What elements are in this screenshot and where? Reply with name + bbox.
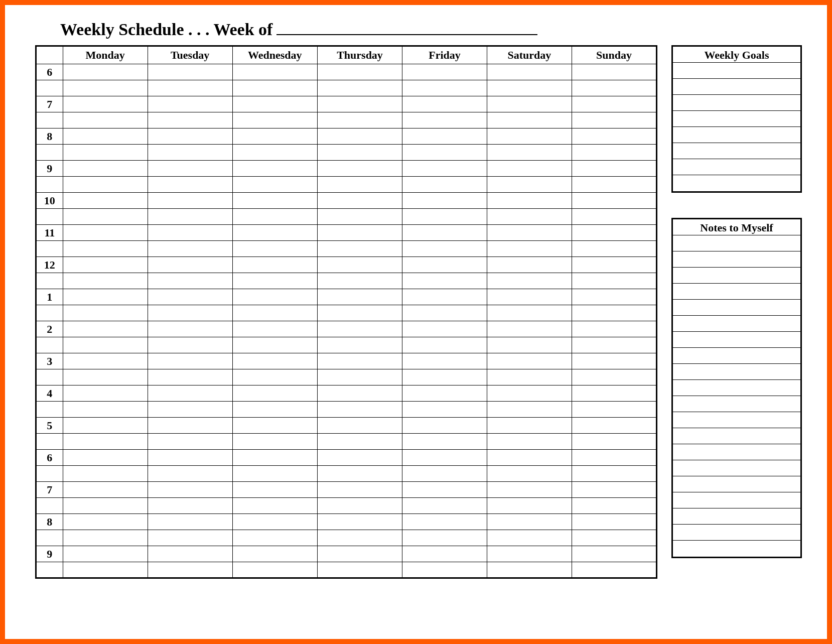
goals-line[interactable] xyxy=(673,143,800,159)
schedule-cell[interactable] xyxy=(487,482,572,498)
schedule-cell[interactable] xyxy=(148,96,232,112)
schedule-cell[interactable] xyxy=(232,337,317,353)
schedule-cell[interactable] xyxy=(402,546,487,562)
schedule-cell[interactable] xyxy=(317,145,402,161)
schedule-cell[interactable] xyxy=(148,498,232,514)
schedule-cell[interactable] xyxy=(232,385,317,402)
schedule-cell[interactable] xyxy=(402,96,487,112)
schedule-cell[interactable] xyxy=(402,145,487,161)
schedule-cell[interactable] xyxy=(148,273,232,289)
schedule-cell[interactable] xyxy=(232,530,317,546)
schedule-cell[interactable] xyxy=(63,434,148,450)
schedule-cell[interactable] xyxy=(317,241,402,257)
schedule-cell[interactable] xyxy=(572,225,657,241)
schedule-cell[interactable] xyxy=(232,209,317,225)
schedule-cell[interactable] xyxy=(572,257,657,273)
notes-line[interactable] xyxy=(673,300,800,316)
schedule-cell[interactable] xyxy=(317,369,402,385)
schedule-cell[interactable] xyxy=(402,418,487,434)
notes-line[interactable] xyxy=(673,412,800,428)
schedule-cell[interactable] xyxy=(317,385,402,402)
schedule-cell[interactable] xyxy=(402,305,487,321)
schedule-cell[interactable] xyxy=(402,402,487,418)
schedule-cell[interactable] xyxy=(402,161,487,177)
schedule-cell[interactable] xyxy=(232,305,317,321)
schedule-cell[interactable] xyxy=(148,337,232,353)
schedule-cell[interactable] xyxy=(148,177,232,193)
schedule-cell[interactable] xyxy=(487,385,572,402)
schedule-cell[interactable] xyxy=(148,418,232,434)
schedule-cell[interactable] xyxy=(572,64,657,80)
schedule-cell[interactable] xyxy=(402,353,487,369)
schedule-cell[interactable] xyxy=(63,257,148,273)
schedule-cell[interactable] xyxy=(148,241,232,257)
schedule-cell[interactable] xyxy=(63,289,148,305)
schedule-cell[interactable] xyxy=(148,482,232,498)
schedule-cell[interactable] xyxy=(487,241,572,257)
schedule-cell[interactable] xyxy=(232,321,317,337)
schedule-cell[interactable] xyxy=(317,450,402,466)
goals-line[interactable] xyxy=(673,111,800,127)
schedule-cell[interactable] xyxy=(317,96,402,112)
schedule-cell[interactable] xyxy=(63,321,148,337)
schedule-cell[interactable] xyxy=(63,498,148,514)
schedule-cell[interactable] xyxy=(487,305,572,321)
schedule-cell[interactable] xyxy=(232,257,317,273)
schedule-cell[interactable] xyxy=(572,546,657,562)
schedule-cell[interactable] xyxy=(317,466,402,482)
schedule-cell[interactable] xyxy=(63,96,148,112)
notes-line[interactable] xyxy=(673,380,800,396)
schedule-cell[interactable] xyxy=(572,498,657,514)
schedule-cell[interactable] xyxy=(317,273,402,289)
schedule-cell[interactable] xyxy=(572,434,657,450)
notes-line[interactable] xyxy=(673,460,800,476)
schedule-cell[interactable] xyxy=(487,466,572,482)
schedule-cell[interactable] xyxy=(572,80,657,96)
schedule-cell[interactable] xyxy=(487,289,572,305)
schedule-cell[interactable] xyxy=(232,482,317,498)
schedule-cell[interactable] xyxy=(63,64,148,80)
schedule-cell[interactable] xyxy=(317,64,402,80)
week-of-input-line[interactable] xyxy=(276,20,537,35)
goals-line[interactable] xyxy=(673,175,800,191)
goals-line[interactable] xyxy=(673,63,800,79)
schedule-cell[interactable] xyxy=(572,369,657,385)
schedule-cell[interactable] xyxy=(572,161,657,177)
schedule-cell[interactable] xyxy=(232,434,317,450)
schedule-cell[interactable] xyxy=(63,482,148,498)
goals-line[interactable] xyxy=(673,127,800,143)
schedule-cell[interactable] xyxy=(317,161,402,177)
schedule-cell[interactable] xyxy=(317,112,402,128)
notes-line[interactable] xyxy=(673,268,800,284)
schedule-cell[interactable] xyxy=(63,369,148,385)
notes-line[interactable] xyxy=(673,492,800,508)
schedule-cell[interactable] xyxy=(232,193,317,209)
schedule-cell[interactable] xyxy=(402,128,487,145)
schedule-cell[interactable] xyxy=(402,209,487,225)
schedule-cell[interactable] xyxy=(487,225,572,241)
notes-line[interactable] xyxy=(673,396,800,412)
schedule-cell[interactable] xyxy=(487,64,572,80)
schedule-cell[interactable] xyxy=(317,128,402,145)
notes-line[interactable] xyxy=(673,332,800,348)
schedule-cell[interactable] xyxy=(487,80,572,96)
schedule-cell[interactable] xyxy=(148,128,232,145)
schedule-cell[interactable] xyxy=(317,257,402,273)
schedule-cell[interactable] xyxy=(232,225,317,241)
schedule-cell[interactable] xyxy=(232,161,317,177)
schedule-cell[interactable] xyxy=(317,289,402,305)
schedule-cell[interactable] xyxy=(402,289,487,305)
schedule-cell[interactable] xyxy=(572,530,657,546)
schedule-cell[interactable] xyxy=(572,562,657,578)
schedule-cell[interactable] xyxy=(317,321,402,337)
schedule-cell[interactable] xyxy=(148,369,232,385)
schedule-cell[interactable] xyxy=(487,562,572,578)
notes-line[interactable] xyxy=(673,525,800,541)
schedule-cell[interactable] xyxy=(63,385,148,402)
schedule-cell[interactable] xyxy=(572,96,657,112)
schedule-cell[interactable] xyxy=(63,225,148,241)
schedule-cell[interactable] xyxy=(572,289,657,305)
schedule-cell[interactable] xyxy=(487,128,572,145)
schedule-cell[interactable] xyxy=(572,450,657,466)
schedule-cell[interactable] xyxy=(317,337,402,353)
